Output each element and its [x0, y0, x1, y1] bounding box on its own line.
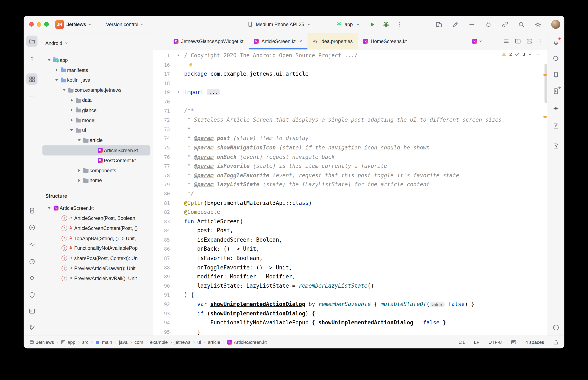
line-number[interactable]: 89 [153, 272, 172, 282]
project-tree-item[interactable]: ui [42, 125, 150, 135]
code-line[interactable]: 85 isExpandedScreen: Boolean, [153, 235, 547, 244]
chevron-expanded-icon[interactable] [54, 79, 60, 81]
structure-tree-item[interactable]: fFunctionalityNotAvailablePop [42, 243, 150, 253]
code-line[interactable]: 91) { [153, 290, 547, 300]
line-number[interactable]: 19 [153, 88, 172, 97]
line-number[interactable]: 95 [153, 328, 172, 336]
editor-tab[interactable]: KArticleScreen.kt✕ [249, 33, 308, 49]
profile-avatar[interactable] [551, 20, 560, 29]
chevron-collapsed-icon[interactable] [54, 69, 60, 72]
project-tool-button[interactable] [26, 36, 38, 47]
project-tree-item[interactable]: kotlin+java [42, 75, 150, 85]
line-number[interactable]: 17 [153, 70, 172, 79]
line-number[interactable]: 72 [153, 116, 172, 125]
line-number[interactable]: 86 [153, 245, 172, 254]
code-line[interactable]: 71/** [153, 106, 547, 115]
more-actions-icon[interactable] [397, 21, 403, 27]
device-manager-tool-button[interactable] [550, 69, 562, 80]
breadcrumb-item[interactable]: com [134, 340, 143, 345]
code-line[interactable]: 73 * [153, 125, 547, 134]
line-number[interactable]: 83 [153, 217, 172, 226]
previous-problem-icon[interactable] [527, 52, 532, 57]
structure-tree-item[interactable]: KArticleScreen.kt [42, 203, 150, 213]
tab-list-icon[interactable] [503, 38, 509, 44]
code-line[interactable]: 90 lazyListState: LazyListState = rememb… [153, 281, 547, 290]
changes-tool-button[interactable] [550, 120, 562, 131]
code-line[interactable]: 79 * @param lazyListState (state) the [L… [153, 180, 547, 189]
breadcrumb-item[interactable]: app [61, 340, 76, 345]
gemini-tool-button[interactable] [550, 103, 562, 114]
readonly-toggle-icon[interactable] [553, 340, 559, 345]
breadcrumb-item[interactable]: java [119, 340, 128, 345]
code-line[interactable]: 72 * Stateless Article Screen that displ… [153, 115, 547, 125]
editor-tab[interactable]: KJetnewsGlanceAppWidget.kt [168, 33, 249, 49]
editor-scrollbar[interactable] [545, 64, 547, 103]
scrollbar-warning-mark[interactable] [544, 74, 547, 76]
code-line[interactable]: 93 if (showUnimplementedActionDialog) { [153, 309, 547, 318]
project-tree-item[interactable]: data [42, 95, 150, 105]
chevron-expanded-icon[interactable] [76, 139, 82, 141]
run-tool-tool-button[interactable] [26, 222, 38, 233]
line-number[interactable]: 94 [153, 319, 172, 328]
breadcrumb-item[interactable]: example [150, 340, 168, 345]
scrollbar-warning-mark[interactable] [544, 116, 547, 118]
code-line[interactable]: 81@OptIn(ExperimentalMaterial3Api::class… [153, 198, 547, 208]
code-line[interactable]: 89 modifier: Modifier = Modifier, [153, 272, 547, 281]
intention-bulb-icon[interactable] [188, 62, 194, 68]
code-line[interactable]: 80 */ [153, 189, 547, 198]
indent-widget[interactable]: 4 spaces [526, 340, 544, 345]
line-number[interactable]: 16 [153, 61, 172, 70]
notifications-bell-tool-button[interactable] [550, 36, 562, 48]
task-list-icon[interactable] [469, 21, 475, 27]
chevron-collapsed-icon[interactable] [69, 109, 75, 112]
project-tree-item[interactable]: model [42, 115, 150, 125]
indent-widget-icon[interactable] [511, 340, 516, 345]
problems-tool-button[interactable] [550, 322, 562, 333]
line-number[interactable]: 78 [153, 171, 172, 180]
code-line[interactable]: 70 [153, 97, 547, 106]
caret-position-widget[interactable]: 1:1 [459, 340, 465, 345]
structure-tree-item[interactable]: fPreviewArticleNavRail(): Unit [42, 273, 150, 284]
find-in-file-tool-button[interactable] [550, 140, 562, 152]
code-line[interactable]: 77 * @param isFavorite (state) is this i… [153, 162, 547, 171]
breadcrumb-item[interactable]: article [208, 340, 220, 345]
project-tree-item[interactable]: manifests [42, 65, 150, 75]
app-quality-insights-tool-button[interactable] [26, 289, 38, 300]
project-tree-item[interactable]: KPostContent.kt [42, 155, 150, 166]
close-window-button[interactable] [29, 22, 34, 27]
vcs-widget[interactable]: Version control [104, 20, 147, 29]
fold-marker-icon[interactable] [172, 51, 184, 60]
line-number[interactable]: 71 [153, 107, 172, 116]
code-editor[interactable]: 2 3 1/ Copyright 2020 The Android Open S… [153, 50, 547, 336]
code-line[interactable]: 78 * @param onToggleFavorite (event) req… [153, 171, 547, 180]
structure-tree-item[interactable]: fPreviewArticleDrawer(): Unit [42, 263, 150, 273]
close-tab-icon[interactable]: ✕ [299, 39, 303, 43]
line-number[interactable]: 85 [153, 236, 172, 245]
code-line[interactable]: 88 onToggleFavorite: () -> Unit, [153, 263, 547, 272]
line-number[interactable]: 74 [153, 134, 172, 143]
code-line[interactable]: 92 var showUnimplementedActionDialog by … [153, 300, 547, 309]
code-line[interactable]: 19import ... [153, 88, 547, 97]
line-number[interactable]: 90 [153, 282, 172, 291]
breadcrumb-item[interactable]: src [82, 340, 88, 345]
hidden-tabs-dropdown[interactable]: K [472, 33, 483, 49]
structure-tool-button[interactable] [26, 73, 38, 85]
line-number[interactable]: 91 [153, 291, 172, 300]
project-tree-item[interactable]: KArticleScreen.kt [42, 146, 150, 155]
line-number[interactable]: 70 [153, 97, 172, 107]
search-everywhere-icon[interactable] [518, 21, 525, 27]
project-view-selector[interactable]: Android [40, 36, 153, 50]
encoding-widget[interactable]: UTF-8 [488, 340, 502, 345]
chevron-expanded-icon[interactable] [46, 59, 52, 61]
structure-tree-item[interactable]: fArticleScreen(Post, Boolean, [42, 213, 150, 223]
line-number[interactable]: 93 [153, 309, 172, 319]
code-line[interactable]: 74 * @param post (state) item to display [153, 134, 547, 143]
project-tree-item[interactable]: article [42, 135, 150, 146]
running-devices-mirror-tool-button[interactable] [550, 85, 562, 97]
editor-tab[interactable]: KHomeScreens.kt [358, 33, 412, 49]
project-tree-item[interactable]: com.example.jetnews [42, 85, 150, 95]
more-tool-windows-tool-button[interactable] [26, 90, 38, 102]
minimize-window-button[interactable] [37, 22, 41, 27]
code-line[interactable]: 84 post: Post, [153, 226, 547, 235]
resource-manager-tool-button[interactable] [26, 272, 38, 284]
